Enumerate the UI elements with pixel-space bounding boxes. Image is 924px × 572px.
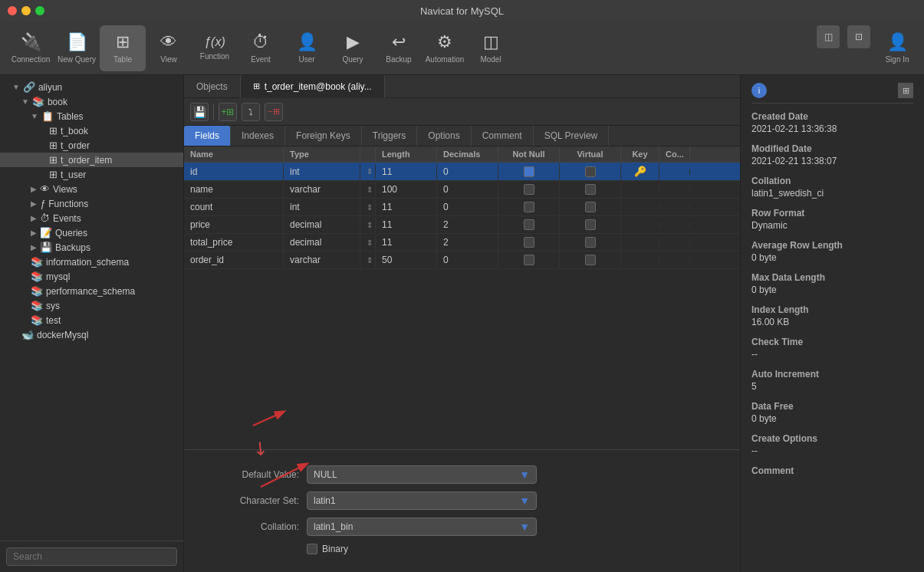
db-icon: 📚	[31, 314, 43, 326]
save-button[interactable]: 💾	[190, 103, 209, 121]
toolbar-signin[interactable]: 👤 Sign In	[878, 25, 916, 71]
user-label: User	[298, 55, 314, 64]
cell-decimals: 0	[437, 163, 498, 180]
rp-collation-value: latin1_swedish_ci	[751, 188, 913, 199]
sidebar-item-t-order[interactable]: ▶ ⊞ t_order	[0, 138, 183, 153]
virtual-checkbox[interactable]	[585, 237, 596, 248]
toolbar-backup[interactable]: ↩ Backup	[376, 25, 422, 71]
sidebar-item-test[interactable]: ▶ 📚 test	[0, 313, 183, 327]
table-row[interactable]: id int ⇕ 11 0 🔑	[184, 163, 740, 181]
table-row[interactable]: name varchar ⇕ 100 0	[184, 181, 740, 199]
sidebar-item-aliyun[interactable]: ▼ 🔗 aliyun	[0, 80, 183, 94]
tab-foreign-keys[interactable]: Foreign Keys	[285, 126, 362, 146]
cell-type: varchar	[284, 181, 360, 198]
table-label: Table	[113, 55, 132, 64]
toolbar-automation[interactable]: ⚙ Automation	[422, 25, 468, 71]
cell-not-null	[498, 181, 560, 198]
table-row[interactable]: total_price decimal ⇕ 11 2	[184, 234, 740, 251]
not-null-checkbox[interactable]	[524, 184, 534, 195]
rp-avg-row-length-label: Average Row Length	[751, 240, 913, 251]
view-toggle-right[interactable]: ⊡	[847, 25, 870, 48]
table-row[interactable]: price decimal ⇕ 11 2	[184, 216, 740, 234]
toolbar-new-query[interactable]: 📄 New Query	[54, 25, 100, 71]
collation-select[interactable]: latin1_bin ▼	[307, 518, 537, 536]
virtual-checkbox[interactable]	[585, 255, 596, 265]
delete-field-button[interactable]: −⊞	[265, 103, 283, 121]
add-field-button[interactable]: +⊞	[219, 103, 237, 121]
character-set-select[interactable]: latin1 ▼	[307, 491, 537, 510]
cell-length: 11	[376, 199, 437, 215]
connection-icon: 🔗	[23, 81, 35, 93]
sidebar-item-mysql[interactable]: ▶ 📚 mysql	[0, 269, 183, 284]
rp-auto-increment-label: Auto Increment	[751, 369, 913, 380]
toolbar-table[interactable]: ⊞ Table	[100, 25, 146, 71]
tab-label: Objects	[196, 81, 228, 92]
virtual-checkbox[interactable]	[585, 184, 596, 195]
not-null-checkbox[interactable]	[524, 202, 534, 212]
tab-comment[interactable]: Comment	[472, 126, 534, 146]
tab-triggers[interactable]: Triggers	[362, 126, 418, 146]
search-input[interactable]	[6, 547, 177, 566]
sidebar-item-tables[interactable]: ▼ 📋 Tables	[0, 109, 183, 123]
minimize-button[interactable]	[21, 6, 31, 15]
tab-indexes[interactable]: Indexes	[231, 126, 285, 146]
insert-field-button[interactable]: ⤵	[242, 103, 260, 121]
virtual-checkbox[interactable]	[585, 219, 596, 230]
table-row[interactable]: order_id varchar ⇕ 50 0	[184, 251, 740, 269]
collation-row: Collation: latin1_bin ▼	[215, 518, 709, 536]
grid-button[interactable]: ⊞	[898, 83, 913, 98]
sidebar-item-label: performance_schema	[46, 286, 135, 297]
toolbar-query[interactable]: ▶ Query	[330, 25, 376, 71]
tab-table-editor[interactable]: ⊞ t_order_item@book (aliy...	[241, 75, 385, 98]
virtual-checkbox[interactable]	[585, 166, 596, 177]
sidebar-item-book[interactable]: ▼ 📚 book	[0, 94, 183, 109]
sidebar-item-t-book[interactable]: ▶ ⊞ t_book	[0, 123, 183, 138]
toolbar-function[interactable]: ƒ(x) Function	[192, 25, 238, 71]
sidebar-item-events[interactable]: ▶ ⏱ Events	[0, 211, 183, 225]
table-icon: ⊞	[49, 125, 58, 136]
not-null-checkbox[interactable]	[524, 237, 534, 248]
sidebar-item-queries[interactable]: ▶ 📝 Queries	[0, 225, 183, 240]
sidebar-item-sys[interactable]: ▶ 📚 sys	[0, 298, 183, 313]
rp-max-data-length: Max Data Length 0 byte	[751, 272, 913, 295]
table-icon: ⊞	[116, 32, 130, 52]
toolbar-event[interactable]: ⏱ Event	[238, 25, 284, 71]
close-button[interactable]	[8, 6, 17, 15]
toolbar-view[interactable]: 👁 View	[146, 25, 192, 71]
tab-options[interactable]: Options	[417, 126, 471, 146]
tab-sql-preview[interactable]: SQL Preview	[534, 126, 610, 146]
default-value-select[interactable]: NULL ▼	[307, 465, 537, 484]
sidebar-item-information-schema[interactable]: ▶ 📚 information_schema	[0, 255, 183, 269]
table-row[interactable]: count int ⇕ 11 0	[184, 199, 740, 216]
sidebar-item-views[interactable]: ▶ 👁 Views	[0, 182, 183, 196]
cell-type: decimal	[284, 234, 360, 251]
tab-objects[interactable]: Objects	[184, 75, 241, 98]
default-value-text: NULL	[314, 469, 337, 480]
rp-created-date-value: 2021-02-21 13:36:38	[751, 123, 913, 134]
sidebar-item-backups[interactable]: ▶ 💾 Backups	[0, 240, 183, 255]
not-null-checkbox[interactable]	[524, 219, 534, 230]
tab-fields[interactable]: Fields	[184, 126, 231, 146]
sidebar-item-docker-mysql[interactable]: ▶ 🐋 dockerMysql	[0, 327, 183, 342]
sidebar-item-functions[interactable]: ▶ ƒ Functions	[0, 196, 183, 211]
cell-name: count	[184, 199, 284, 215]
toolbar-user[interactable]: 👤 User	[284, 25, 330, 71]
binary-checkbox[interactable]	[307, 544, 317, 554]
not-null-checkbox[interactable]	[524, 255, 534, 265]
not-null-checkbox[interactable]	[524, 166, 534, 177]
cell-decimals: 0	[437, 199, 498, 215]
view-toggle-left[interactable]: ◫	[817, 25, 840, 48]
character-set-text: latin1	[314, 495, 336, 506]
sidebar-item-t-user[interactable]: ▶ ⊞ t_user	[0, 167, 183, 182]
maximize-button[interactable]	[35, 6, 44, 15]
sidebar-item-t-order-item[interactable]: ▶ ⊞ t_order_item	[0, 153, 183, 167]
virtual-checkbox[interactable]	[585, 202, 596, 212]
toolbar-connection[interactable]: 🔌 Connection	[8, 25, 54, 71]
info-button[interactable]: i	[751, 83, 767, 98]
toolbar-model[interactable]: ◫ Model	[468, 25, 514, 71]
events-icon: ⏱	[40, 212, 50, 224]
sidebar-item-performance-schema[interactable]: ▶ 📚 performance_schema	[0, 284, 183, 298]
header-type: Type	[284, 146, 360, 162]
rp-index-length-value: 16.00 KB	[751, 317, 913, 327]
tab-bar: Objects ⊞ t_order_item@book (aliy...	[184, 75, 740, 98]
